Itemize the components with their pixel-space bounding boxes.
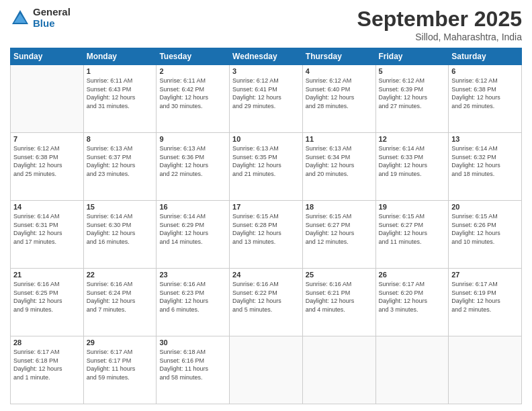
logo: General Blue [10, 7, 71, 29]
day-number: 10 [232, 135, 300, 143]
day-info: Sunrise: 6:14 AM Sunset: 6:31 PM Dayligh… [13, 212, 81, 246]
calendar-week-row: 1Sunrise: 6:11 AM Sunset: 6:43 PM Daylig… [11, 65, 522, 133]
day-info: Sunrise: 6:12 AM Sunset: 6:38 PM Dayligh… [451, 77, 519, 110]
weekday-header: Sunday [11, 48, 84, 65]
day-number: 19 [379, 203, 446, 211]
day-info: Sunrise: 6:16 AM Sunset: 6:25 PM Dayligh… [13, 280, 81, 314]
calendar-cell: 2Sunrise: 6:11 AM Sunset: 6:42 PM Daylig… [157, 65, 230, 133]
day-number: 28 [13, 338, 81, 347]
day-number: 17 [232, 203, 300, 211]
weekday-row: SundayMondayTuesdayWednesdayThursdayFrid… [11, 48, 522, 65]
day-number: 16 [159, 203, 226, 211]
day-info: Sunrise: 6:15 AM Sunset: 6:26 PM Dayligh… [451, 212, 519, 246]
day-info: Sunrise: 6:13 AM Sunset: 6:34 PM Dayligh… [306, 144, 373, 178]
calendar-cell: 11Sunrise: 6:13 AM Sunset: 6:34 PM Dayli… [302, 133, 375, 201]
calendar-cell: 21Sunrise: 6:16 AM Sunset: 6:25 PM Dayli… [11, 269, 84, 336]
calendar-cell: 28Sunrise: 6:17 AM Sunset: 6:18 PM Dayli… [11, 336, 84, 404]
day-number: 11 [306, 135, 373, 143]
calendar-cell: 20Sunrise: 6:15 AM Sunset: 6:26 PM Dayli… [449, 201, 522, 269]
header: General Blue September 2025 Sillod, Maha… [10, 7, 522, 42]
page: General Blue September 2025 Sillod, Maha… [0, 0, 532, 411]
calendar-cell: 25Sunrise: 6:16 AM Sunset: 6:21 PM Dayli… [302, 269, 375, 336]
calendar-cell: 10Sunrise: 6:13 AM Sunset: 6:35 PM Dayli… [230, 133, 303, 201]
location-title: Sillod, Maharashtra, India [357, 32, 522, 42]
calendar-cell: 1Sunrise: 6:11 AM Sunset: 6:43 PM Daylig… [83, 65, 157, 133]
day-number: 3 [232, 67, 300, 75]
day-info: Sunrise: 6:11 AM Sunset: 6:42 PM Dayligh… [159, 77, 226, 110]
day-info: Sunrise: 6:17 AM Sunset: 6:17 PM Dayligh… [87, 348, 154, 381]
calendar-cell [449, 336, 522, 404]
day-info: Sunrise: 6:18 AM Sunset: 6:16 PM Dayligh… [159, 348, 226, 381]
calendar-cell [230, 336, 303, 404]
calendar-week-row: 28Sunrise: 6:17 AM Sunset: 6:18 PM Dayli… [11, 336, 522, 404]
day-number: 6 [451, 67, 519, 75]
day-info: Sunrise: 6:14 AM Sunset: 6:32 PM Dayligh… [451, 144, 519, 178]
day-info: Sunrise: 6:17 AM Sunset: 6:20 PM Dayligh… [379, 280, 446, 314]
day-number: 12 [379, 135, 446, 143]
calendar-cell: 14Sunrise: 6:14 AM Sunset: 6:31 PM Dayli… [11, 201, 84, 269]
day-info: Sunrise: 6:15 AM Sunset: 6:28 PM Dayligh… [232, 212, 300, 246]
calendar-week-row: 21Sunrise: 6:16 AM Sunset: 6:25 PM Dayli… [11, 269, 522, 336]
day-info: Sunrise: 6:16 AM Sunset: 6:22 PM Dayligh… [232, 280, 300, 314]
day-number: 5 [379, 67, 446, 75]
calendar-body: 1Sunrise: 6:11 AM Sunset: 6:43 PM Daylig… [11, 65, 522, 404]
weekday-header: Wednesday [230, 48, 303, 65]
day-number: 24 [232, 271, 300, 279]
day-number: 26 [379, 271, 446, 279]
day-number: 9 [159, 135, 226, 143]
calendar-cell: 22Sunrise: 6:16 AM Sunset: 6:24 PM Dayli… [83, 269, 157, 336]
day-number: 13 [451, 135, 519, 143]
calendar-cell: 8Sunrise: 6:13 AM Sunset: 6:37 PM Daylig… [83, 133, 157, 201]
calendar-cell: 17Sunrise: 6:15 AM Sunset: 6:28 PM Dayli… [230, 201, 303, 269]
day-info: Sunrise: 6:13 AM Sunset: 6:35 PM Dayligh… [232, 144, 300, 178]
day-number: 25 [306, 271, 373, 279]
calendar-cell: 12Sunrise: 6:14 AM Sunset: 6:33 PM Dayli… [375, 133, 449, 201]
calendar-cell: 27Sunrise: 6:17 AM Sunset: 6:19 PM Dayli… [449, 269, 522, 336]
calendar-header: SundayMondayTuesdayWednesdayThursdayFrid… [11, 48, 522, 65]
day-info: Sunrise: 6:16 AM Sunset: 6:23 PM Dayligh… [159, 280, 226, 314]
day-info: Sunrise: 6:14 AM Sunset: 6:33 PM Dayligh… [379, 144, 446, 178]
day-number: 22 [87, 271, 154, 279]
month-title: September 2025 [357, 7, 522, 32]
calendar-cell: 7Sunrise: 6:12 AM Sunset: 6:38 PM Daylig… [11, 133, 84, 201]
weekday-header: Tuesday [157, 48, 230, 65]
calendar-cell: 29Sunrise: 6:17 AM Sunset: 6:17 PM Dayli… [83, 336, 157, 404]
logo-blue: Blue [33, 18, 71, 30]
calendar-cell: 3Sunrise: 6:12 AM Sunset: 6:41 PM Daylig… [230, 65, 303, 133]
day-number: 21 [13, 271, 81, 279]
calendar-cell: 4Sunrise: 6:12 AM Sunset: 6:40 PM Daylig… [302, 65, 375, 133]
calendar-week-row: 7Sunrise: 6:12 AM Sunset: 6:38 PM Daylig… [11, 133, 522, 201]
day-number: 15 [87, 203, 154, 211]
title-block: September 2025 Sillod, Maharashtra, Indi… [357, 7, 522, 42]
day-info: Sunrise: 6:16 AM Sunset: 6:24 PM Dayligh… [87, 280, 154, 314]
day-info: Sunrise: 6:14 AM Sunset: 6:29 PM Dayligh… [159, 212, 226, 246]
calendar-table: SundayMondayTuesdayWednesdayThursdayFrid… [10, 48, 522, 404]
weekday-header: Saturday [449, 48, 522, 65]
weekday-header: Monday [83, 48, 157, 65]
day-number: 30 [159, 338, 226, 347]
day-info: Sunrise: 6:17 AM Sunset: 6:19 PM Dayligh… [451, 280, 519, 314]
calendar-cell: 15Sunrise: 6:14 AM Sunset: 6:30 PM Dayli… [83, 201, 157, 269]
calendar-cell: 9Sunrise: 6:13 AM Sunset: 6:36 PM Daylig… [157, 133, 230, 201]
day-number: 4 [306, 67, 373, 75]
calendar-cell [11, 65, 84, 133]
day-info: Sunrise: 6:12 AM Sunset: 6:39 PM Dayligh… [379, 77, 446, 110]
day-info: Sunrise: 6:17 AM Sunset: 6:18 PM Dayligh… [13, 348, 81, 381]
logo-icon [10, 8, 30, 28]
calendar-cell: 26Sunrise: 6:17 AM Sunset: 6:20 PM Dayli… [375, 269, 449, 336]
day-info: Sunrise: 6:11 AM Sunset: 6:43 PM Dayligh… [87, 77, 154, 110]
day-info: Sunrise: 6:12 AM Sunset: 6:40 PM Dayligh… [306, 77, 373, 110]
logo-general: General [33, 7, 71, 18]
calendar-cell: 24Sunrise: 6:16 AM Sunset: 6:22 PM Dayli… [230, 269, 303, 336]
calendar-cell: 16Sunrise: 6:14 AM Sunset: 6:29 PM Dayli… [157, 201, 230, 269]
day-number: 18 [306, 203, 373, 211]
day-number: 23 [159, 271, 226, 279]
day-info: Sunrise: 6:15 AM Sunset: 6:27 PM Dayligh… [306, 212, 373, 246]
day-number: 1 [87, 67, 154, 75]
day-number: 20 [451, 203, 519, 211]
day-info: Sunrise: 6:13 AM Sunset: 6:36 PM Dayligh… [159, 144, 226, 178]
calendar-cell [375, 336, 449, 404]
day-info: Sunrise: 6:13 AM Sunset: 6:37 PM Dayligh… [87, 144, 154, 178]
day-number: 14 [13, 203, 81, 211]
weekday-header: Thursday [302, 48, 375, 65]
